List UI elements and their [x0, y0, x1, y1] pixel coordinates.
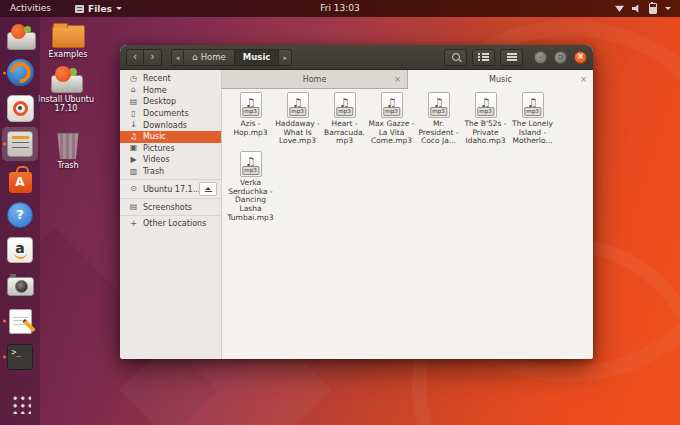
sidebar-item-home[interactable]: ⌂Home	[120, 85, 221, 97]
sidebar-item-trash[interactable]: ▥Trash	[120, 166, 221, 178]
sidebar-item-label: Pictures	[143, 144, 175, 153]
dock-item-show-apps[interactable]	[2, 387, 38, 421]
sidebar-item-desktop[interactable]: ▤Desktop	[120, 96, 221, 108]
window-controls	[534, 51, 587, 64]
desktop-icon-install-ubuntu-17-10[interactable]: Install Ubuntu 17.10	[38, 66, 94, 114]
file-item[interactable]: ♫mp3Verka Serduchka - Dancing Lasha Tumb…	[227, 151, 274, 222]
eject-icon	[205, 191, 212, 193]
camera-app-icon	[6, 271, 35, 300]
sidebar-item-label: Screenshots	[143, 203, 192, 212]
sidebar-item-label: Trash	[143, 167, 164, 176]
maximize-button[interactable]	[554, 51, 567, 64]
dock-item-camera[interactable]	[2, 269, 38, 303]
installer-disk-icon	[50, 66, 82, 93]
tab-close-icon[interactable]: ×	[580, 75, 587, 84]
app-menu[interactable]: Files	[75, 4, 122, 14]
toolbar-actions	[444, 49, 523, 66]
file-item[interactable]: ♫mp3Heart - Barracuda.mp3	[321, 92, 368, 146]
dock-item-text-editor[interactable]	[2, 304, 38, 338]
mp3-file-icon: ♫mp3	[334, 92, 356, 118]
file-name-label: Max Gazze - La Vita Come.mp3	[368, 120, 415, 146]
file-item[interactable]: ♫mp3Haddaway - What Is Love.mp3	[274, 92, 321, 146]
nav-buttons: ‹ ›	[126, 49, 162, 66]
desktop-icon-trash[interactable]: Trash	[40, 131, 96, 171]
dock-item-help[interactable]: ?	[2, 198, 38, 232]
file-item[interactable]: ♫mp3Max Gazze - La Vita Come.mp3	[368, 92, 415, 146]
sidebar-item-label: Documents	[143, 109, 189, 118]
sidebar-item-label: Music	[143, 132, 166, 141]
activities-button[interactable]: Activities	[0, 0, 61, 17]
files-app-icon	[75, 5, 84, 13]
file-item[interactable]: ♫mp3The Lonely Island - Motherlo...	[509, 92, 556, 146]
firefox-icon	[6, 58, 35, 87]
list-view-icon	[478, 53, 489, 61]
sidebar-item-videos[interactable]: ▶Videos	[120, 154, 221, 166]
sidebar-separator	[120, 179, 221, 180]
app-menu-label: Files	[88, 4, 112, 14]
close-button[interactable]	[574, 51, 587, 64]
menu-button[interactable]	[500, 49, 523, 66]
file-name-label: Haddaway - What Is Love.mp3	[274, 120, 321, 146]
installer-disk-icon	[6, 23, 35, 52]
file-type-badge: mp3	[289, 107, 306, 116]
file-item[interactable]: ♫mp3Mr. President - Coco Ja...	[415, 92, 462, 146]
file-type-badge: mp3	[383, 107, 400, 116]
tab-music[interactable]: Music×	[408, 70, 593, 89]
top-bar: Activities Files Fri 13:03	[0, 0, 680, 17]
sidebar-item-other-locations[interactable]: +Other Locations	[120, 218, 221, 230]
desktop-icon-examples[interactable]: Examples	[40, 21, 96, 60]
dock-item-files[interactable]	[2, 127, 38, 161]
desktop: Activities Files Fri 13:03 A?a>_ Example…	[0, 0, 680, 425]
mp3-file-icon: ♫mp3	[428, 92, 450, 118]
eject-button[interactable]	[199, 182, 217, 196]
sidebar-item-screenshots[interactable]: ▤Screenshots	[120, 201, 221, 213]
sidebar-item-music[interactable]: ♫Music	[120, 131, 221, 143]
sidebar-item-downloads[interactable]: ↓Downloads	[120, 119, 221, 131]
back-button[interactable]: ‹	[126, 49, 144, 66]
file-grid[interactable]: ♫mp3Azis - Hop.mp3♫mp3Haddaway - What Is…	[222, 89, 593, 359]
tab-close-icon[interactable]: ×	[394, 75, 401, 84]
clock[interactable]: Fri 13:03	[320, 0, 360, 17]
sidebar-item-label: Other Locations	[143, 219, 206, 228]
file-type-badge: mp3	[524, 107, 541, 116]
tab-home[interactable]: Home×	[222, 70, 408, 89]
file-item[interactable]: ♫mp3Azis - Hop.mp3	[227, 92, 274, 146]
file-name-label: Azis - Hop.mp3	[227, 120, 274, 137]
path-segment-music[interactable]: Music	[235, 49, 280, 66]
path-scroll-left-icon[interactable]: ◂	[171, 49, 184, 66]
sidebar-item-documents[interactable]: ▯Documents	[120, 108, 221, 120]
file-name-label: The B'52s - Private Idaho.mp3	[462, 120, 509, 146]
file-item[interactable]: ♫mp3The B'52s - Private Idaho.mp3	[462, 92, 509, 146]
path-scroll-right-icon[interactable]: ▸	[279, 49, 292, 66]
folder-icon	[52, 25, 85, 48]
desktop-icon-label: Examples	[49, 51, 88, 60]
dock-item-install-ubuntu[interactable]	[2, 20, 38, 54]
desktop-icon-label: Trash	[57, 162, 78, 171]
search-button[interactable]	[444, 49, 467, 66]
file-manager-icon-glyph	[12, 142, 29, 151]
sidebar-item-pictures[interactable]: ▣Pictures	[120, 143, 221, 155]
rhythmbox-icon	[6, 94, 35, 123]
sidebar-item-recent[interactable]: ◷Recent	[120, 73, 221, 85]
folder-icon: ▤	[129, 203, 138, 211]
eject-icon	[205, 187, 211, 190]
file-manager-icon	[6, 129, 35, 158]
trash-icon: ▥	[129, 168, 138, 176]
dock-item-firefox[interactable]	[2, 56, 38, 90]
minimize-button[interactable]	[534, 51, 547, 64]
dock-item-amazon[interactable]: a	[2, 233, 38, 267]
view-toggle-button[interactable]	[472, 49, 495, 66]
window-titlebar[interactable]: ‹ › ◂⌂HomeMusic▸	[120, 45, 593, 70]
dock-item-rhythmbox[interactable]	[2, 91, 38, 125]
forward-button[interactable]: ›	[144, 49, 162, 66]
file-name-label: Verka Serduchka - Dancing Lasha Tumbai.m…	[227, 179, 274, 222]
system-status-area[interactable]	[615, 3, 680, 14]
path-segment-home[interactable]: ⌂Home	[184, 49, 235, 66]
camera-icon: ▣	[129, 144, 138, 152]
sidebar-item-ubuntu-17-1-[interactable]: ⊙Ubuntu 17.1...	[120, 182, 221, 196]
home-icon: ⌂	[192, 53, 198, 62]
dock-item-ubuntu-software[interactable]: A	[2, 162, 38, 196]
dock-item-terminal[interactable]: >_	[2, 340, 38, 374]
amazon-icon: a	[6, 236, 35, 265]
trash-icon	[57, 133, 79, 159]
